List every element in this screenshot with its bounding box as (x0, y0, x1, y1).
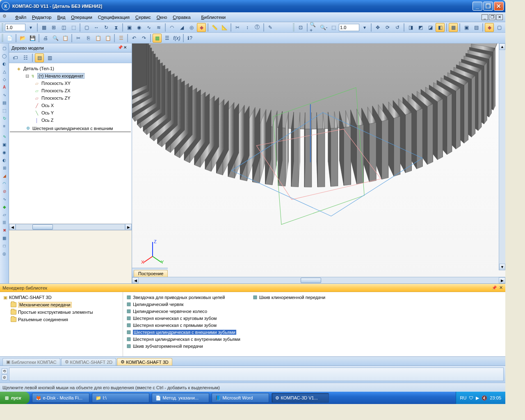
scale-input[interactable] (5, 24, 25, 31)
lib-folder-0[interactable]: Механические передачи (2, 301, 121, 308)
tb-undo[interactable]: ↶ (130, 34, 139, 43)
vt-16[interactable]: ⊞ (0, 164, 9, 171)
lib-item[interactable]: Шкив зубчатоременной передачи (126, 342, 240, 349)
vt-4[interactable]: △ (0, 68, 9, 75)
prop-btn-2[interactable]: ⊘ (2, 374, 7, 380)
vscroll-up[interactable]: ▲ (499, 43, 505, 50)
tb-libmgr[interactable]: ▦ (153, 34, 162, 43)
vt-12[interactable]: ✎ (0, 133, 9, 140)
tb-open[interactable]: 📂 (18, 34, 27, 43)
vt-1[interactable]: ▢ (0, 44, 9, 52)
lib-item[interactable]: Шестерня цилиндрическая с внешними зубья… (126, 329, 240, 336)
tray-icon-1[interactable]: 🛡 (469, 395, 473, 400)
tree-pin[interactable]: 📌 (118, 45, 123, 51)
3d-viewport[interactable]: Z X Y ▲ ▼ (132, 43, 505, 277)
tb-view-shaded[interactable]: ◧ (436, 23, 445, 32)
collapse-icon[interactable]: ⊟ (25, 73, 30, 79)
hscroll-left[interactable]: ◀ (9, 224, 16, 230)
tb-view-wireframe[interactable]: ▦ (449, 23, 458, 32)
tb-extrude[interactable]: ▣ (125, 23, 134, 32)
hscroll-right[interactable]: ▶ (125, 224, 132, 230)
tb-arrow[interactable]: ▢ (82, 23, 91, 32)
tb-render2[interactable]: ▤ (472, 23, 481, 32)
tree-root[interactable]: ◈ Деталь (Тел-1) (10, 65, 131, 72)
tree-close[interactable]: ✕ (123, 45, 129, 51)
tb-measure1[interactable]: 📏 (210, 23, 219, 32)
menu-file[interactable]: Файл (12, 14, 29, 21)
vt-24[interactable]: ✖ (0, 226, 9, 234)
tree-axis-y[interactable]: ╲ Ось Y (10, 109, 131, 116)
vscroll-down[interactable]: ▼ (499, 264, 505, 270)
minimize-button[interactable]: _ (472, 2, 482, 11)
tb-revolve[interactable]: ◉ (135, 23, 144, 32)
menu-editor[interactable]: Редактор (29, 14, 54, 21)
tb-rotate[interactable]: ↻ (102, 23, 111, 32)
scale-dropdown[interactable]: ▾ (26, 23, 35, 32)
lib-item[interactable]: Шестерня коническая с круговым зубом (126, 315, 240, 322)
vt-20[interactable]: ∿ (0, 195, 9, 203)
lib-item[interactable]: Звездочка для приводных роликовых цепей (126, 294, 240, 301)
vp-hscroll-left[interactable]: ◀ (132, 277, 139, 283)
tb-render1[interactable]: ▣ (462, 23, 471, 32)
tb-sketch[interactable]: ✎ (266, 23, 275, 32)
tb-look[interactable]: ↺ (393, 23, 402, 32)
tree-plane-zx[interactable]: ▱ Плоскость ZX (10, 87, 131, 94)
tb-loft[interactable]: ≋ (154, 23, 163, 32)
lib-item[interactable]: Шкив клиноременной передачи (253, 294, 325, 301)
start-button[interactable]: ⊞ пуск (0, 392, 30, 404)
tb-chamfer[interactable]: ◢ (177, 23, 186, 32)
tree-origin[interactable]: ⊟ ↯ (т) Начало координат (10, 72, 131, 80)
libmgr-tab[interactable]: ⚙КОМПАС-SHAFT 2D (61, 358, 116, 365)
tb-plot[interactable]: 📋 (61, 34, 70, 43)
tree-tb2[interactable]: ☷ (21, 53, 30, 62)
libmgr-close[interactable]: ✕ (499, 285, 503, 290)
tree-plane-xy[interactable]: ▱ Плоскость XY (10, 80, 131, 87)
lib-item[interactable]: Шестерня цилиндрическая с внутренними зу… (126, 336, 240, 342)
tb-text[interactable]: Ⓣ (253, 23, 262, 32)
tb-zoom-window[interactable]: ⬚ (329, 23, 338, 32)
vt-3[interactable]: ◐ (0, 60, 9, 67)
tb-props[interactable]: ☰ (116, 34, 126, 43)
lib-item[interactable]: Цилиндрический червяк (126, 301, 240, 308)
vt-7[interactable]: ∿ (0, 91, 9, 98)
lib-item[interactable]: Шестерня коническая с прямыми зубом (126, 322, 240, 329)
tb-shell[interactable]: ◎ (187, 23, 196, 32)
mdi-close[interactable]: ✕ (496, 14, 503, 20)
tb-zoom-in[interactable]: 🔍+ (309, 23, 318, 32)
vt-8[interactable]: ▤ (0, 99, 9, 106)
menu-specification[interactable]: Спецификация (95, 14, 132, 21)
vt-21[interactable]: ◆ (0, 203, 9, 210)
vt-2[interactable]: ◯ (0, 52, 9, 59)
tree-axis-z[interactable]: │ Ось Z (10, 116, 131, 124)
lib-folder-1[interactable]: Простые конструктивные элементы (2, 308, 121, 316)
tree-tb3[interactable]: ▤ (35, 53, 44, 62)
tb-view-top[interactable]: ◪ (426, 23, 435, 32)
libmgr-tab[interactable]: ⚙КОМПАС-SHAFT 3D (117, 358, 172, 365)
taskbar-task[interactable]: ⚙КОМПАС-3D V1... (272, 393, 329, 403)
tb-snap[interactable]: ◫ (59, 23, 68, 32)
tb-zoom-all[interactable]: ⊡ (296, 23, 305, 32)
tb-op1[interactable]: ⬚ (69, 23, 78, 32)
viewport-tab[interactable]: Построение (134, 270, 168, 277)
vt-18[interactable]: ◠ (0, 180, 9, 187)
vt-22[interactable]: ▱ (0, 211, 9, 218)
vp-hscroll-thumb[interactable] (301, 278, 321, 283)
tb-paste[interactable]: 📋 (94, 34, 103, 43)
tb-view-iso[interactable]: ◨ (406, 23, 415, 32)
tb-paste2[interactable]: 📋 (103, 34, 112, 43)
vt-6[interactable]: A (0, 83, 9, 91)
zoom-input[interactable] (339, 24, 359, 31)
tb-mirror[interactable]: ⧗ (112, 23, 121, 32)
lib-root[interactable]: ▣ КОМПАС-SHAFT 3D (2, 294, 121, 301)
tray-clock[interactable]: 23:05 (490, 395, 501, 400)
mdi-restore[interactable]: ❐ (489, 14, 495, 20)
tb-orbit[interactable]: ⟳ (383, 23, 392, 32)
vt-26[interactable]: □ (0, 242, 9, 249)
taskbar-task[interactable]: 📘Microsoft Word (212, 393, 269, 403)
menu-help[interactable]: Справка (170, 14, 193, 21)
tb-help[interactable]: ℹ? (185, 34, 194, 43)
taskbar-task[interactable]: 🦊e-Disk - Mozilla Fi... (32, 393, 89, 403)
close-button[interactable]: ✕ (494, 2, 504, 11)
vt-25[interactable]: ▦ (0, 234, 9, 242)
tb-zoom-out[interactable]: 🔍- (319, 23, 328, 32)
